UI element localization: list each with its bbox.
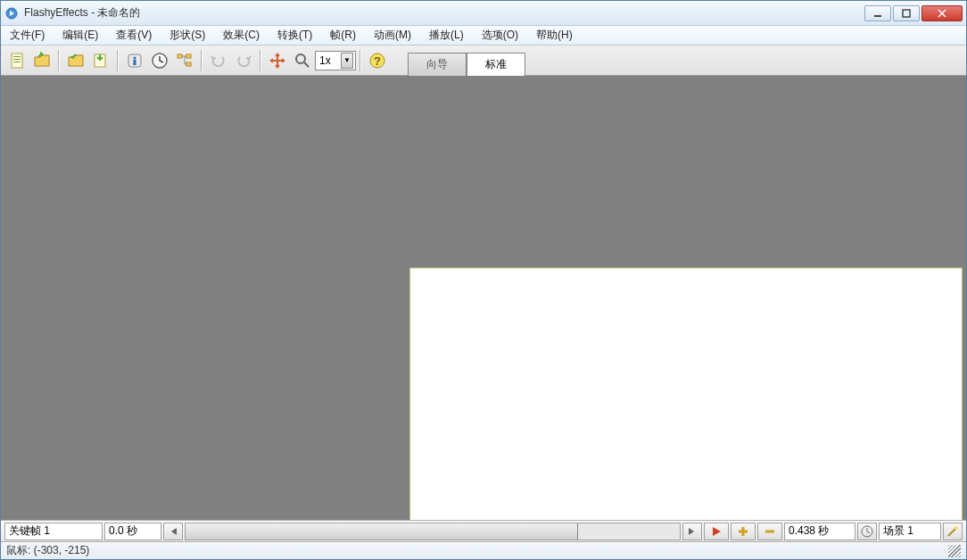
menu-edit[interactable]: 编辑(E) — [59, 26, 102, 45]
svg-rect-13 — [186, 54, 191, 58]
time-total-field[interactable]: 0.438 秒 — [784, 523, 855, 540]
menu-play[interactable]: 播放(L) — [426, 26, 467, 45]
undo-button[interactable] — [207, 49, 230, 72]
timeline-clock-button[interactable] — [857, 523, 877, 540]
last-icon — [688, 527, 697, 536]
toolbar: 1x ▼ ? 向导 标准 — [1, 45, 966, 76]
scene-field[interactable]: 场景 1 — [879, 523, 941, 540]
chevron-down-icon: ▼ — [341, 53, 353, 69]
clock-icon — [151, 52, 169, 70]
menu-animation[interactable]: 动画(M) — [370, 26, 415, 45]
workspace[interactable] — [1, 76, 966, 520]
document-new-icon — [8, 52, 26, 70]
menu-file[interactable]: 文件(F) — [6, 26, 48, 45]
export-button[interactable] — [89, 49, 112, 72]
tabstrip: 向导 标准 — [408, 45, 525, 75]
open-button[interactable] — [30, 49, 54, 72]
svg-rect-14 — [186, 62, 191, 66]
zoom-value: 1x — [319, 54, 331, 67]
svg-rect-10 — [134, 60, 136, 65]
minus-icon — [764, 525, 776, 538]
svg-text:?: ? — [374, 54, 381, 68]
scene-wand-button[interactable] — [943, 523, 963, 540]
export-icon — [92, 52, 110, 70]
clock-small-icon — [861, 525, 873, 538]
menu-shape[interactable]: 形状(S) — [166, 26, 209, 45]
toolbar-separator — [260, 50, 261, 71]
add-frame-button[interactable] — [731, 523, 756, 540]
timeline-first-button[interactable] — [163, 523, 183, 540]
minimize-button[interactable] — [864, 5, 891, 21]
toolbar-separator — [117, 50, 119, 71]
svg-point-19 — [955, 526, 958, 530]
timeline-scroll-thumb[interactable] — [186, 523, 578, 539]
zoom-icon — [293, 52, 311, 70]
info-button[interactable] — [123, 49, 146, 72]
timeline-bar: 关键帧 1 0.0 秒 0.438 秒 场景 1 — [1, 520, 966, 541]
window-title: FlashyEffects - 未命名的 — [24, 5, 863, 21]
menu-transform[interactable]: 转换(T) — [274, 26, 316, 45]
zoom-button[interactable] — [291, 49, 314, 72]
svg-rect-1 — [874, 15, 881, 17]
mouse-coords: 鼠标: (-303, -215) — [6, 543, 89, 558]
svg-rect-4 — [13, 56, 21, 57]
timeline-scrollbar[interactable] — [185, 523, 681, 540]
menu-options[interactable]: 选项(O) — [478, 26, 522, 45]
maximize-button[interactable] — [893, 5, 920, 21]
info-icon — [126, 52, 144, 70]
app-icon — [4, 6, 19, 21]
clock-button[interactable] — [148, 49, 171, 72]
svg-point-15 — [296, 54, 305, 63]
tree-icon — [176, 52, 194, 70]
tab-wizard[interactable]: 向导 — [408, 53, 467, 76]
toolbar-separator — [360, 50, 361, 71]
svg-rect-3 — [12, 54, 22, 68]
toolbar-separator — [201, 50, 202, 71]
svg-rect-12 — [178, 54, 182, 58]
menubar: 文件(F) 编辑(E) 查看(V) 形状(S) 效果(C) 转换(T) 帧(R)… — [1, 26, 966, 45]
titlebar: FlashyEffects - 未命名的 — [1, 1, 966, 26]
tree-button[interactable] — [173, 49, 196, 72]
svg-rect-5 — [13, 59, 21, 60]
menu-help[interactable]: 帮助(H) — [533, 26, 576, 45]
menu-frame[interactable]: 帧(R) — [326, 26, 360, 45]
new-button[interactable] — [5, 49, 29, 72]
first-icon — [169, 527, 178, 536]
tab-standard[interactable]: 标准 — [467, 53, 525, 76]
timeline-last-button[interactable] — [682, 523, 702, 540]
svg-rect-6 — [13, 62, 21, 62]
time-current-field[interactable]: 0.0 秒 — [104, 523, 161, 540]
help-icon: ? — [368, 52, 386, 70]
wand-icon — [946, 525, 959, 538]
keyframe-field[interactable]: 关键帧 1 — [4, 523, 103, 540]
window-controls — [863, 5, 963, 21]
remove-frame-button[interactable] — [757, 523, 782, 540]
play-button[interactable] — [704, 523, 729, 540]
menu-effect[interactable]: 效果(C) — [219, 26, 263, 45]
undo-icon — [210, 52, 227, 70]
save-icon — [67, 52, 85, 70]
plus-icon — [737, 525, 749, 538]
canvas[interactable] — [409, 268, 963, 520]
zoom-select[interactable]: 1x ▼ — [315, 51, 356, 70]
help-button[interactable]: ? — [366, 49, 389, 72]
save-button[interactable] — [64, 49, 87, 72]
resize-grip[interactable] — [948, 545, 961, 557]
redo-button[interactable] — [232, 49, 255, 72]
move-button[interactable] — [266, 49, 289, 72]
menu-view[interactable]: 查看(V) — [112, 26, 155, 45]
statusbar: 鼠标: (-303, -215) — [1, 541, 966, 559]
close-button[interactable] — [922, 5, 963, 21]
play-icon — [711, 526, 722, 537]
folder-open-icon — [33, 52, 51, 70]
svg-point-9 — [134, 56, 136, 59]
move-icon — [269, 52, 286, 70]
redo-icon — [235, 52, 252, 70]
svg-rect-2 — [903, 10, 910, 17]
toolbar-separator — [58, 50, 60, 71]
